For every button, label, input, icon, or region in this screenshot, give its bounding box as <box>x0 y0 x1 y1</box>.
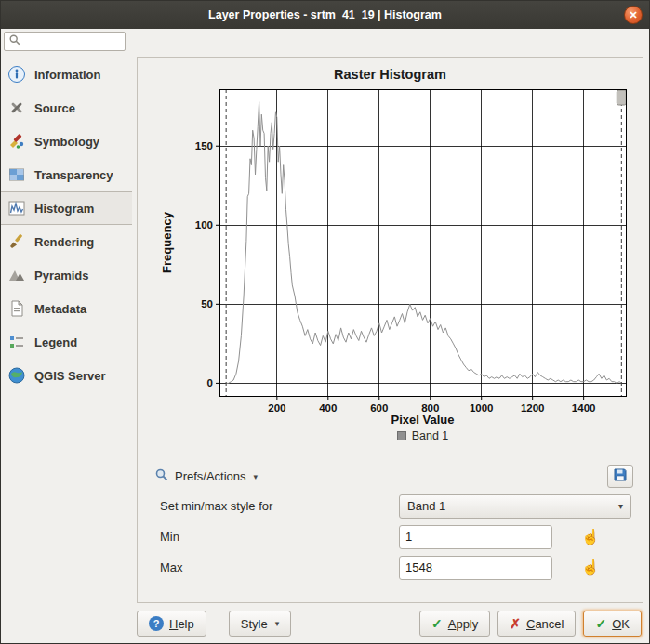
sidebar-item-label: Symbology <box>34 135 99 149</box>
band1-legend-label: Band 1 <box>412 429 449 442</box>
cancel-cross-icon: ✗ <box>510 616 521 631</box>
titlebar: Layer Properties - srtm_41_19 | Histogra… <box>1 1 649 29</box>
sidebar-item-legend[interactable]: Legend <box>1 325 132 359</box>
prefs-row: Prefs/Actions ▾ <box>149 465 633 488</box>
sidebar-item-symbology[interactable]: Symbology <box>1 125 132 158</box>
x-tick-label: 200 <box>268 402 285 414</box>
search-icon <box>8 33 21 50</box>
max-input[interactable] <box>399 556 552 580</box>
sidebar-item-label: Source <box>34 101 75 115</box>
y-axis-label: Frequency <box>160 211 174 273</box>
cancel-label: Cancel <box>526 617 564 631</box>
band-select[interactable]: Band 1 ▾ <box>399 494 631 519</box>
prefs-actions-label: Prefs/Actions <box>175 469 246 483</box>
chevron-down-icon: ▾ <box>275 619 280 628</box>
x-tick-label: 1200 <box>520 402 544 414</box>
information-icon <box>7 65 26 84</box>
prefs-actions-button[interactable]: Prefs/Actions ▾ <box>149 465 263 488</box>
search-input[interactable] <box>25 34 121 49</box>
sidebar-item-label: Histogram <box>34 202 94 216</box>
close-button[interactable]: ✕ <box>624 6 643 24</box>
y-tick-label: 50 <box>201 298 213 309</box>
sidebar-item-label: Transparency <box>34 168 113 182</box>
sidebar-item-transparency[interactable]: Transparency <box>1 158 132 191</box>
sidebar-item-pyramids[interactable]: Pyramids <box>1 258 132 292</box>
rendering-icon <box>7 232 26 251</box>
x-tick-label: 600 <box>370 402 388 414</box>
chart-title: Raster Histogram <box>138 67 643 82</box>
histogram-icon <box>7 199 26 217</box>
save-icon <box>613 467 628 486</box>
qgis-server-icon <box>7 366 26 385</box>
transparency-icon <box>7 165 26 184</box>
ok-button[interactable]: ✓ OK <box>583 611 642 637</box>
sidebar-item-label: Information <box>34 68 101 82</box>
raster-histogram-chart[interactable]: 200400600800100012001400050100150Frequen… <box>139 84 642 429</box>
chevron-down-icon: ▾ <box>254 472 259 481</box>
min-row: Min ☝ <box>160 524 631 549</box>
chevron-down-icon: ▾ <box>618 501 623 511</box>
x-axis-label: Pixel Value <box>391 413 454 427</box>
symbology-icon <box>7 132 26 151</box>
style-button[interactable]: Style ▾ <box>229 611 291 637</box>
dialog-footer: ? Help Style ▾ ✓ Apply ✗ Cancel ✓ OK <box>137 611 642 637</box>
sidebar-item-label: Metadata <box>34 302 86 316</box>
legend-icon <box>7 333 26 351</box>
min-input[interactable] <box>399 525 552 549</box>
min-label: Min <box>160 530 179 544</box>
layer-properties-dialog: Layer Properties - srtm_41_19 | Histogra… <box>0 0 650 644</box>
x-tick-label: 1000 <box>469 402 493 414</box>
sidebar-item-label: Rendering <box>34 235 94 249</box>
save-histogram-button[interactable] <box>607 465 633 488</box>
y-tick-label: 0 <box>206 377 212 388</box>
source-icon <box>7 99 26 117</box>
y-tick-label: 100 <box>194 219 212 230</box>
sidebar-item-source[interactable]: Source <box>1 91 132 125</box>
cancel-button[interactable]: ✗ Cancel <box>497 611 576 637</box>
max-row: Max ☝ <box>160 555 631 580</box>
sidebar-item-information[interactable]: Information <box>1 58 132 91</box>
max-marker-handle[interactable] <box>617 90 626 105</box>
help-label: Help <box>169 617 194 631</box>
sidebar-item-histogram[interactable]: Histogram <box>1 191 132 225</box>
metadata-icon <box>7 299 26 318</box>
min-pick-hand-icon[interactable]: ☝ <box>581 528 600 545</box>
set-minmax-label: Set min/max style for <box>160 499 272 513</box>
y-tick-label: 150 <box>194 140 212 151</box>
sidebar-search[interactable] <box>4 32 126 51</box>
sidebar-item-rendering[interactable]: Rendering <box>1 225 132 258</box>
apply-check-icon: ✓ <box>431 616 443 631</box>
ok-label: OK <box>612 617 630 631</box>
help-button[interactable]: ? Help <box>137 611 206 637</box>
pyramids-icon <box>7 266 26 284</box>
apply-label: Apply <box>448 617 479 631</box>
sidebar-item-label: Legend <box>34 335 77 349</box>
histogram-panel: Raster Histogram 20040060080010001200140… <box>137 57 643 603</box>
sidebar-item-label: QGIS Server <box>34 369 106 383</box>
properties-nav: Information Source Symbology Transparenc… <box>1 58 132 392</box>
ok-check-icon: ✓ <box>595 616 606 631</box>
style-label: Style <box>241 617 268 631</box>
sidebar-item-label: Pyramids <box>34 269 89 283</box>
window-title: Layer Properties - srtm_41_19 | Histogra… <box>208 8 442 21</box>
plot-area <box>219 89 626 396</box>
chart-legend: Band 1 <box>203 429 643 442</box>
apply-button[interactable]: ✓ Apply <box>419 611 490 637</box>
band-select-value: Band 1 <box>407 499 445 513</box>
max-label: Max <box>160 560 183 574</box>
prefs-magnifier-icon <box>154 467 169 485</box>
band1-legend-swatch <box>397 431 406 440</box>
max-pick-hand-icon[interactable]: ☝ <box>581 559 600 576</box>
x-tick-label: 400 <box>319 402 337 414</box>
set-minmax-row: Set min/max style for Band 1 ▾ <box>160 493 631 519</box>
sidebar-item-qgis-server[interactable]: QGIS Server <box>1 359 132 392</box>
help-icon: ? <box>149 616 164 631</box>
x-tick-label: 1400 <box>571 402 595 414</box>
sidebar-item-metadata[interactable]: Metadata <box>1 292 132 325</box>
